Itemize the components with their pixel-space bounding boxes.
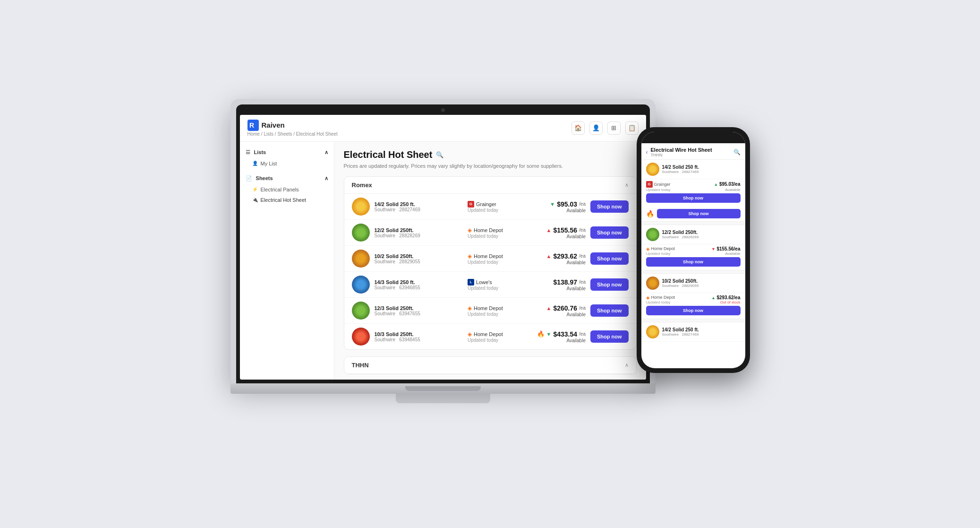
product-meta: Southwire 28828269 [375, 233, 463, 238]
price-info: 🔥 ▼ $433.54 /ea Available [534, 330, 586, 343]
sidebar-sheets-header[interactable]: 📄 Sheets ∧ [240, 173, 334, 184]
price-unit: /ea [579, 253, 586, 259]
phone-app-subtitle: THHN [651, 153, 731, 157]
price-unit: /ea [579, 331, 586, 337]
homedepot-icon: ◈ [468, 305, 472, 312]
app-header: R Raiven Home / Lists / Sheets / Electri… [240, 115, 646, 142]
romex-section-header: Romex ∧ [344, 177, 636, 194]
shop-now-button[interactable]: Shop now [590, 200, 629, 213]
phone-price: $95.03/ea [719, 182, 741, 187]
panel-icon: ⚡ [252, 187, 258, 192]
phone-available: Available [725, 251, 740, 256]
product-row: 10/3 Solid 250ft. Southwire 63948455 ◈ H… [344, 324, 636, 349]
phone-title-area: Electrical Wire Hot Sheet THHN [651, 147, 731, 157]
sidebar-item-my-list[interactable]: 👤 My List [240, 158, 334, 169]
phone-updated: Updated today [646, 188, 671, 192]
product-row: 10/2 Solid 250ft. Southwire 28829055 ◈ H… [344, 246, 636, 272]
supplier-name: Lowe's [476, 279, 492, 285]
main-content: Electrical Hot Sheet 🔍 Prices are update… [334, 142, 646, 380]
phone: ‹ Electrical Wire Hot Sheet THHN 🔍 14/2 … [637, 127, 750, 373]
supplier-updated: Updated today [468, 286, 529, 291]
homedepot-icon: ◈ [646, 246, 650, 251]
phone-price: $155.56/ea [716, 246, 740, 251]
price-unit: /ea [579, 279, 586, 285]
product-row: 14/3 Solid 250 ft. Southwire 63946855 L … [344, 272, 636, 298]
phone-product-info: 14/2 Solid 250 ft. Southwire 28827469 [662, 164, 741, 174]
price-value: $138.97 [553, 278, 577, 286]
supplier-info: ◈ Home Depot Updated today [468, 305, 529, 317]
product-info: 14/2 Solid 250 ft. Southwire 28827469 [375, 201, 463, 212]
product-meta: Southwire 63946855 [375, 285, 463, 290]
romex-collapse-icon[interactable]: ∧ [625, 182, 629, 188]
phone-header: ‹ Electrical Wire Hot Sheet THHN 🔍 [641, 143, 745, 160]
brand: R Raiven [247, 120, 338, 131]
phone-supplier-block: ◈ Home Depot ▼ $155.56/ea Updated today … [641, 244, 745, 270]
phone-product-image [646, 163, 659, 176]
price-value: $433.54 [553, 330, 577, 338]
product-info: 14/3 Solid 250 ft. Southwire 63946855 [375, 279, 463, 290]
phone-product-name: 10/2 Solid 250ft. [662, 278, 741, 284]
sidebar-item-electrical-panels[interactable]: ⚡ Electrical Panels [240, 184, 334, 195]
sidebar: ☰ Lists ∧ 👤 My List [240, 142, 334, 380]
sidebar-item-electrical-hot-sheet[interactable]: 🔌 Electrical Hot Sheet [240, 195, 334, 205]
price-status: Available [534, 234, 586, 239]
supplier-updated: Updated today [468, 260, 529, 265]
price-up-icon: ▲ [714, 182, 719, 187]
product-row: 12/2 Solid 250ft. Southwire 28828269 ◈ H… [344, 220, 636, 246]
phone-product-row: 12/2 Solid 250ft. Southwire 28828269 [641, 225, 745, 244]
thhn-collapse-icon[interactable]: ∧ [625, 362, 629, 368]
app-body: ☰ Lists ∧ 👤 My List [240, 142, 646, 380]
phone-product-row: 14/2 Solid 250 ft. Southwire 28827469 [641, 160, 745, 179]
phone-updated: Updated today [646, 251, 671, 256]
supplier-info: G Grainger Updated today [468, 201, 529, 213]
phone-price: $293.62/ea [716, 295, 740, 300]
product-name: 10/3 Solid 250ft. [375, 331, 463, 337]
shop-now-button[interactable]: Shop now [590, 226, 629, 239]
product-name: 12/2 Solid 250ft. [375, 227, 463, 233]
shop-now-button[interactable]: Shop now [590, 252, 629, 265]
price-status: Available [534, 260, 586, 265]
product-info: 12/3 Solid 250ft. Southwire 63947655 [375, 305, 463, 316]
fire-icon: 🔥 [537, 330, 545, 338]
sidebar-lists-header[interactable]: ☰ Lists ∧ [240, 147, 334, 158]
phone-out-of-stock: Out of stock [720, 300, 741, 304]
search-icon-button[interactable]: 🔍 [436, 151, 443, 158]
shop-now-button[interactable]: Shop now [590, 330, 629, 343]
phone-product-info: 10/2 Solid 250ft. Southwire 28829055 [662, 278, 741, 288]
supplier-name: Home Depot [474, 331, 503, 337]
product-meta: Southwire 28827469 [375, 207, 463, 212]
phone-divider [641, 221, 745, 225]
user-icon-button[interactable]: 👤 [589, 121, 603, 135]
phone-fire-icon: 🔥 [646, 210, 654, 217]
phone-fire-row: 🔥 Shop now [641, 206, 745, 221]
phone-shop-now-button[interactable]: Shop now [646, 306, 741, 315]
sheets-icon: 📄 [246, 175, 252, 181]
laptop-notch [405, 386, 481, 391]
svg-text:R: R [249, 121, 254, 129]
phone-supplier-name-text: Home Depot [651, 295, 675, 300]
price-info: ▼ $95.03 /ea Available [534, 200, 586, 213]
shop-now-button[interactable]: Shop now [590, 304, 629, 317]
thhn-title: THHN [352, 362, 369, 369]
grid-icon-button[interactable]: ⊞ [607, 121, 621, 135]
phone-shop-now-button[interactable]: Shop now [646, 193, 741, 203]
phone-product-image [646, 277, 659, 290]
product-image [352, 224, 370, 242]
price-status: Available [534, 338, 586, 343]
phone-product-info: 12/2 Solid 250ft. Southwire 28828269 [662, 230, 741, 239]
phone-shop-now-button-fire[interactable]: Shop now [657, 209, 741, 218]
supplier-updated: Updated today [468, 338, 529, 343]
phone-search-icon[interactable]: 🔍 [733, 149, 741, 156]
price-info: $138.97 /ea Available [534, 278, 586, 291]
shop-now-button[interactable]: Shop now [590, 278, 629, 291]
product-name: 12/3 Solid 250ft. [375, 305, 463, 311]
price-status: Available [534, 312, 586, 317]
price-down-icon: ▼ [711, 247, 716, 251]
price-up-icon: ▲ [711, 295, 716, 300]
brand-name: Raiven [262, 121, 285, 129]
phone-back-button[interactable]: ‹ [646, 149, 648, 156]
price-info: ▲ $293.62 /ea Available [534, 252, 586, 265]
phone-shop-now-button[interactable]: Shop now [646, 257, 741, 267]
home-icon-button[interactable]: 🏠 [571, 121, 585, 135]
phone-updated: Updated today [646, 300, 671, 304]
